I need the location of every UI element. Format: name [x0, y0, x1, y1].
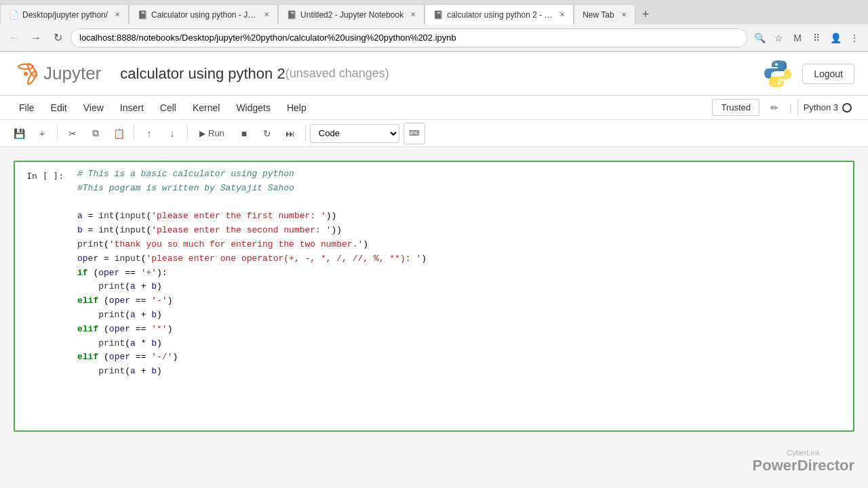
menu-bar: File Edit View Insert Cell Kernel Widget…: [0, 96, 868, 120]
menu-widgets[interactable]: Widgets: [228, 100, 279, 116]
stop-button[interactable]: ■: [233, 123, 255, 144]
unsaved-indicator: (unsaved changes): [285, 66, 389, 81]
jupyter-logo-icon: [14, 62, 38, 86]
header-right: Logout: [762, 58, 854, 90]
run-icon: ▶: [199, 129, 205, 138]
notebook-area: In [ ]: # This is a basic calculator usi…: [0, 147, 868, 488]
tab-label-4: calculator using python 2 - Jupy...: [447, 10, 553, 20]
tab-close-2[interactable]: ✕: [264, 11, 269, 18]
menu-kernel[interactable]: Kernel: [184, 100, 228, 116]
tab-label-3: Untitled2 - Jupyter Notebook: [300, 10, 403, 20]
code-line-10: elif (oper == '-'): [77, 294, 845, 308]
search-icon[interactable]: 🔍: [751, 30, 768, 46]
toolbar-separator-1: [57, 125, 58, 142]
back-button[interactable]: ←: [5, 29, 23, 47]
menu-view[interactable]: View: [75, 100, 112, 116]
menu-insert[interactable]: Insert: [112, 100, 152, 116]
add-cell-button[interactable]: +: [31, 123, 53, 144]
code-line-15: print(a + b): [77, 365, 845, 379]
code-line-4: a = int(input('please enter the first nu…: [77, 209, 845, 224]
cut-button[interactable]: ✂: [62, 123, 83, 144]
forward-button[interactable]: →: [27, 29, 45, 47]
kernel-name: Python 3: [804, 102, 838, 113]
fast-forward-button[interactable]: ⏭: [279, 123, 301, 144]
toolbar-separator-2: [134, 125, 134, 142]
code-line-7: oper = input('please enter one operator(…: [77, 252, 845, 266]
tab-desktop-jupyter[interactable]: 📄 Desktop/jupyter python/ ✕: [0, 4, 129, 24]
toolbar-separator-3: [187, 125, 188, 142]
nav-bar: ← → ↻ 🔍 ☆ M ⠿ 👤 ⋮: [0, 24, 868, 52]
kernel-status-circle: [842, 103, 852, 113]
avatar-icon[interactable]: 👤: [827, 30, 844, 46]
tab-favicon-1: 📄: [9, 10, 18, 20]
restart-button[interactable]: ↻: [256, 123, 278, 144]
nav-actions: 🔍 ☆ M ⠿ 👤 ⋮: [751, 30, 863, 46]
jupyter-logo: Jupyter: [14, 62, 101, 86]
jupyter-header: Jupyter calculator using python 2 (unsav…: [0, 52, 868, 96]
toolbar-separator-4: [305, 125, 306, 142]
code-line-12: elif (oper == '*'): [77, 323, 845, 337]
toolbar: 💾 + ✂ ⧉ 📋 ↑ ↓ ▶ Run ■ ↻ ⏭ Code Markdown …: [0, 120, 868, 147]
tab-close-1[interactable]: ✕: [115, 11, 120, 18]
logout-button[interactable]: Logout: [802, 64, 854, 84]
tab-label-5: New Tab: [583, 10, 614, 20]
code-line-5: b = int(input('please enter the second n…: [77, 224, 845, 238]
refresh-button[interactable]: ↻: [49, 29, 66, 47]
tab-favicon-4: 📓: [433, 10, 443, 20]
kernel-info: Python 3: [797, 100, 857, 115]
tab-untitled2[interactable]: 📓 Untitled2 - Jupyter Notebook ✕: [278, 4, 425, 24]
watermark-brand: CyberLink: [753, 449, 854, 457]
jupyter-brand-text: Jupyter: [43, 63, 101, 84]
code-line-1: # This is a basic calculator using pytho…: [77, 167, 845, 182]
save-button[interactable]: 💾: [8, 123, 30, 144]
edit-pencil-icon[interactable]: ✏: [765, 100, 784, 116]
menu-edit[interactable]: Edit: [43, 100, 75, 116]
menu-right: Trusted ✏ | Python 3: [712, 99, 857, 116]
run-button[interactable]: ▶ Run: [192, 125, 232, 142]
tab-bar: 📄 Desktop/jupyter python/ ✕ 📓 Calculator…: [0, 0, 868, 24]
move-down-button[interactable]: ↓: [161, 123, 183, 144]
keyboard-shortcuts-button[interactable]: ⌨: [403, 123, 425, 144]
code-line-13: print(a * b): [77, 337, 845, 351]
cell-gutter: In [ ]:: [15, 162, 69, 430]
tab-close-4[interactable]: ✕: [559, 11, 565, 18]
code-line-8: if (oper == '+'):: [77, 266, 845, 281]
tab-calculator-2-active[interactable]: 📓 calculator using python 2 - Jupy... ✕: [425, 4, 574, 24]
browser-chrome: 📄 Desktop/jupyter python/ ✕ 📓 Calculator…: [0, 0, 868, 52]
trusted-button[interactable]: Trusted: [712, 99, 760, 116]
svg-point-3: [24, 72, 28, 76]
menu-file[interactable]: File: [11, 100, 43, 116]
code-line-3: [77, 196, 845, 210]
code-cell[interactable]: In [ ]: # This is a basic calculator usi…: [14, 161, 854, 432]
copy-button[interactable]: ⧉: [85, 123, 106, 144]
watermark: CyberLink PowerDirector: [753, 449, 854, 474]
tab-close-3[interactable]: ✕: [410, 11, 416, 18]
menu-help[interactable]: Help: [279, 100, 315, 116]
apps-icon[interactable]: ⠿: [808, 30, 825, 46]
tab-calculator-1[interactable]: 📓 Calculator using python - Jupyte... ✕: [129, 4, 278, 24]
address-bar[interactable]: [71, 28, 747, 47]
tab-favicon-2: 📓: [138, 10, 147, 20]
code-line-6: print('thank you so much for entering th…: [77, 238, 845, 252]
menu-cell[interactable]: Cell: [152, 100, 184, 116]
tab-close-5[interactable]: ✕: [621, 11, 627, 18]
move-up-button[interactable]: ↑: [138, 123, 160, 144]
paste-button[interactable]: 📋: [108, 123, 130, 144]
cell-type-select[interactable]: Code Markdown Raw NBConvert: [310, 124, 399, 143]
cell-code-content[interactable]: # This is a basic calculator using pytho…: [69, 162, 853, 430]
new-tab-button[interactable]: +: [635, 4, 656, 24]
watermark-name: PowerDirector: [753, 457, 854, 474]
bookmark-icon[interactable]: ☆: [770, 30, 787, 46]
notebook-title[interactable]: calculator using python 2: [120, 65, 285, 83]
code-line-2: #This pogram is written by Satyajit Saho…: [77, 182, 845, 196]
code-line-9: print(a + b): [77, 280, 845, 294]
tab-new[interactable]: New Tab ✕: [574, 4, 635, 24]
tab-label-2: Calculator using python - Jupyte...: [151, 10, 257, 20]
svg-point-2: [26, 70, 38, 85]
gmail-icon[interactable]: M: [789, 30, 806, 46]
python-logo-icon: [762, 58, 794, 90]
settings-icon[interactable]: ⋮: [846, 30, 863, 46]
cell-label: In [ ]:: [26, 171, 64, 181]
run-label: Run: [208, 128, 224, 138]
tab-label-1: Desktop/jupyter python/: [22, 10, 108, 20]
